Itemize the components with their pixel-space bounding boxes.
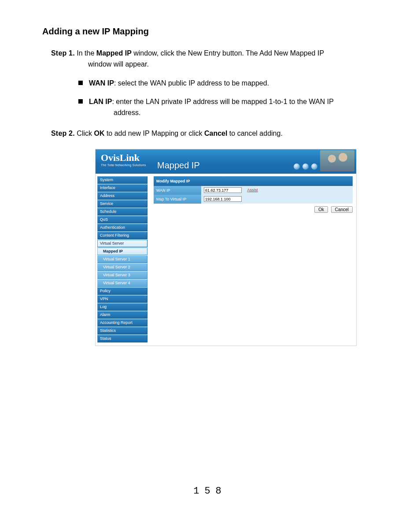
embedded-app: OvisLink The Total Networking Solutions … (95, 149, 357, 346)
sidebar-sub-vs4[interactable]: Virtual Server 4 (97, 279, 147, 287)
banner-title: Mapped IP (157, 160, 200, 171)
globe-icon (302, 163, 309, 170)
sidebar-item-qos[interactable]: QoS (97, 216, 147, 223)
wan-ip-input[interactable] (204, 187, 242, 193)
sidebar-item-statistics[interactable]: Statistics (97, 327, 147, 334)
step-1-label: Step 1. (51, 49, 75, 57)
step-1-text-b: window, click the New Entry button. The … (132, 49, 324, 57)
page-number: 158 (0, 486, 420, 497)
brand-tagline: The Total Networking Solutions (101, 163, 146, 167)
globe-icon (294, 163, 300, 170)
bullet-wan-text: : select the WAN public IP address to be… (114, 79, 269, 87)
content-pane: Modify Mapped IP WAN IP Assist Map To Vi… (147, 174, 356, 215)
page-heading: Adding a new IP Mapping (42, 26, 394, 37)
globe-icon (311, 163, 317, 170)
form-table: Modify Mapped IP WAN IP Assist Map To Vi… (154, 176, 353, 204)
sidebar-sub-mapped-ip[interactable]: Mapped IP (97, 248, 147, 255)
sidebar-item-authentication[interactable]: Authentication (97, 224, 147, 231)
bullet-wan: WAN IP: select the WAN public IP address… (78, 78, 394, 89)
step-2-cancel: Cancel (204, 130, 227, 137)
sidebar-sub-vs3[interactable]: Virtual Server 3 (97, 271, 147, 279)
app-banner: OvisLink The Total Networking Solutions … (96, 149, 356, 174)
step-1: Step 1. In the Mapped IP window, click t… (51, 48, 394, 119)
sidebar-item-vpn[interactable]: VPN (97, 295, 147, 303)
globe-icons (294, 163, 317, 170)
sidebar-item-accounting[interactable]: Accounting Report (97, 319, 147, 327)
sidebar-item-schedule[interactable]: Schedule (97, 208, 147, 215)
step-2-label: Step 2. (51, 130, 75, 137)
sidebar-item-alarm[interactable]: Alarm (97, 311, 147, 319)
map-ip-input[interactable] (204, 196, 242, 202)
bullet-lan-text: : enter the LAN private IP address will … (112, 98, 333, 105)
sidebar: System Interface Address Service Schedul… (96, 174, 147, 346)
people-image (320, 150, 354, 171)
step-2-text-a: Click (75, 130, 94, 137)
step-1-bold: Mapped IP (96, 49, 132, 57)
bullet-lan-label: LAN IP (89, 98, 112, 105)
step-2: Step 2. Click OK to add new IP Mapping o… (51, 128, 394, 139)
map-ip-label: Map To Virtual IP (154, 195, 201, 204)
bullet-lan-text-2: address. (114, 108, 394, 119)
step-2-text-c: to cancel adding. (227, 130, 282, 137)
brand-name: OvisLink (101, 153, 146, 163)
step-2-ok: OK (94, 130, 104, 137)
bullet-wan-label: WAN IP (89, 79, 114, 87)
cancel-button[interactable]: Cancel (331, 206, 353, 213)
wan-ip-label: WAN IP (154, 186, 201, 195)
sidebar-item-content-filtering[interactable]: Content Filtering (97, 232, 147, 239)
sidebar-item-service[interactable]: Service (97, 200, 147, 208)
sidebar-item-address[interactable]: Address (97, 192, 147, 200)
sidebar-item-status[interactable]: Status (97, 335, 147, 342)
assist-link[interactable]: Assist (247, 188, 258, 192)
sidebar-item-interface[interactable]: Interface (97, 184, 147, 192)
sidebar-item-policy[interactable]: Policy (97, 287, 147, 295)
sidebar-sub-vs2[interactable]: Virtual Server 2 (97, 264, 147, 271)
step-1-text-c: window will appear. (88, 59, 394, 70)
sidebar-item-virtual-server[interactable]: Virtual Server (97, 240, 147, 247)
step-2-text-b: to add new IP Mapping or click (104, 130, 204, 137)
bullet-lan: LAN IP: enter the LAN private IP address… (78, 97, 394, 119)
form-header: Modify Mapped IP (154, 176, 353, 186)
ok-button[interactable]: Ok (314, 206, 328, 213)
sidebar-sub-vs1[interactable]: Virtual Server 1 (97, 256, 147, 263)
step-1-text-a: In the (75, 49, 96, 57)
sidebar-item-log[interactable]: Log (97, 303, 147, 311)
sidebar-item-system[interactable]: System (97, 176, 147, 184)
